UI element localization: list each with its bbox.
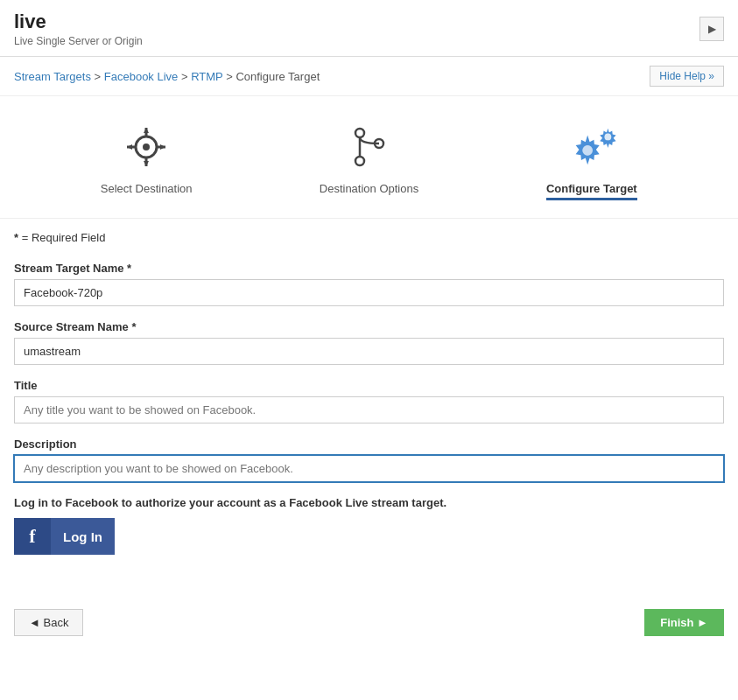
source-stream-name-group: Source Stream Name * (14, 320, 724, 365)
facebook-login-label: Log In (51, 529, 115, 544)
back-button[interactable]: ◄ Back (14, 609, 83, 636)
step-3-icon (566, 121, 618, 173)
description-label: Description (14, 438, 724, 451)
step-1: Select Destination (35, 121, 257, 200)
breadcrumb-stream-targets[interactable]: Stream Targets (14, 70, 91, 83)
svg-point-16 (582, 145, 593, 156)
source-stream-name-label: Source Stream Name * (14, 320, 724, 333)
title-label: Title (14, 379, 724, 392)
select-destination-icon (123, 124, 169, 170)
breadcrumb-current: Configure Target (235, 70, 320, 83)
breadcrumb-bar: Stream Targets > Facebook Live > RTMP > … (0, 57, 738, 96)
steps-container: Select Destination Destination Options (0, 96, 738, 218)
step-1-label: Select Destination (101, 182, 193, 200)
facebook-icon: f (14, 518, 51, 555)
step-2-icon (342, 121, 395, 173)
form-area: * = Required Field Stream Target Name * … (0, 218, 738, 586)
finish-button[interactable]: Finish ► (644, 609, 724, 636)
svg-point-19 (604, 134, 611, 141)
breadcrumb: Stream Targets > Facebook Live > RTMP > … (14, 70, 320, 83)
hide-help-button[interactable]: Hide Help » (650, 66, 724, 87)
title-group: Title (14, 379, 724, 424)
breadcrumb-facebook-live[interactable]: Facebook Live (104, 70, 179, 83)
page-title: live (14, 10, 143, 33)
stream-target-name-label: Stream Target Name * (14, 262, 724, 275)
header-toggle-button[interactable]: ▶ (699, 17, 724, 41)
step-2: Destination Options (257, 121, 480, 200)
facebook-login-note: Log in to Facebook to authorize your acc… (14, 496, 724, 509)
svg-marker-9 (160, 144, 165, 150)
svg-marker-6 (144, 128, 149, 133)
title-input[interactable] (14, 396, 724, 424)
description-input[interactable] (14, 455, 724, 482)
svg-marker-7 (144, 161, 149, 166)
step-2-label: Destination Options (320, 182, 418, 200)
required-note-text: = Required Field (22, 231, 106, 244)
breadcrumb-sep-3: > (226, 70, 235, 83)
page-subtitle: Live Single Server or Origin (14, 35, 143, 47)
facebook-login-group: Log in to Facebook to authorize your acc… (14, 496, 724, 555)
stream-target-name-group: Stream Target Name * (14, 262, 724, 306)
breadcrumb-sep-1: > (95, 70, 104, 83)
svg-marker-8 (127, 144, 132, 150)
destination-options-icon (346, 124, 391, 170)
description-group: Description (14, 438, 724, 482)
facebook-login-button[interactable]: f Log In (14, 518, 115, 555)
stream-target-name-input[interactable] (14, 279, 724, 306)
breadcrumb-rtmp[interactable]: RTMP (191, 70, 222, 83)
step-3-label: Configure Target (546, 182, 637, 200)
svg-point-5 (143, 144, 150, 150)
page-header: live Live Single Server or Origin ▶ (0, 0, 738, 57)
step-1-icon (120, 121, 172, 173)
svg-point-10 (355, 129, 364, 137)
header-info: live Live Single Server or Origin (14, 10, 143, 47)
footer-buttons: ◄ Back Finish ► (0, 595, 738, 654)
step-3: Configure Target (481, 121, 703, 200)
asterisk-symbol: * (14, 231, 18, 244)
svg-point-11 (355, 157, 364, 165)
required-note: * = Required Field (14, 231, 724, 244)
configure-target-icon (566, 122, 618, 172)
source-stream-name-input[interactable] (14, 338, 724, 365)
breadcrumb-sep-2: > (181, 70, 191, 83)
